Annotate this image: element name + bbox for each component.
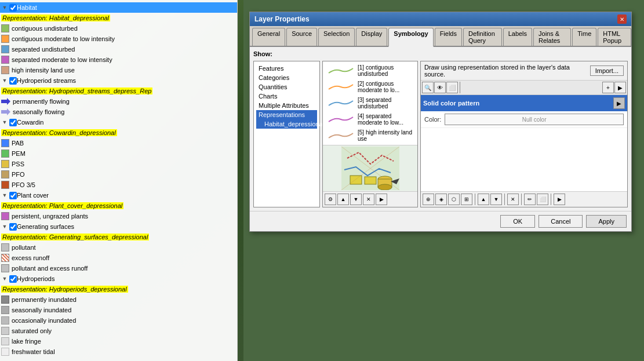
- sym-grid-btn[interactable]: ⊞: [461, 194, 472, 205]
- group-cowardin-row[interactable]: ▼ Cowardin: [0, 117, 237, 127]
- group-hperiods-row[interactable]: ▼ Hydroperiods: [0, 274, 237, 284]
- label-pi: permanently inundated: [12, 296, 77, 303]
- item-saturated-only[interactable]: saturated only: [0, 326, 237, 336]
- show-multiattr[interactable]: Multiple Attributes: [256, 101, 317, 110]
- item-both-runoff[interactable]: pollutant and excess runoff: [0, 263, 237, 274]
- sym-pen-btn[interactable]: ✏: [524, 194, 536, 205]
- item-contiguous-undisturbed[interactable]: contiguous undisturbed: [0, 23, 237, 34]
- expand-hydro-streams[interactable]: ▼: [1, 77, 8, 84]
- sym-up2-btn[interactable]: ▲: [478, 194, 489, 205]
- dialog-close-button[interactable]: ✕: [617, 14, 627, 24]
- import-button[interactable]: Import...: [590, 65, 624, 76]
- list-down-btn[interactable]: ▼: [350, 194, 362, 205]
- item-pss[interactable]: PSS: [0, 159, 237, 169]
- repr-entry-1[interactable]: [1] contiguous undisturbed: [324, 63, 416, 79]
- item-separated-undisturbed[interactable]: separated undisturbed: [0, 44, 237, 54]
- item-separated-moderate[interactable]: separated moderate to low intensity: [0, 54, 237, 65]
- item-pem[interactable]: PEM: [0, 148, 237, 159]
- sym-add-btn[interactable]: +: [602, 82, 614, 93]
- item-perm-flowing[interactable]: permanently flowing: [0, 96, 237, 107]
- tab-selection[interactable]: Selection: [318, 28, 355, 46]
- group-gen-row[interactable]: ▼ Generating surfaces: [0, 221, 237, 232]
- checkbox-gen[interactable]: [9, 223, 17, 231]
- tab-joins[interactable]: Joins & Relates: [533, 28, 571, 46]
- sym-next2-btn[interactable]: ▶: [554, 194, 565, 205]
- sym-menu-btn[interactable]: ▶: [614, 82, 626, 93]
- checkbox-plant[interactable]: [9, 192, 17, 199]
- checkbox-hperiods[interactable]: [9, 275, 17, 283]
- item-ungrazed[interactable]: persistent, ungrazed plants: [0, 211, 237, 221]
- item-occas-inundated[interactable]: occasionally inundated: [0, 315, 237, 326]
- checkbox-hydro-streams[interactable]: [9, 77, 17, 85]
- cancel-button[interactable]: Cancel: [539, 215, 583, 228]
- item-excess-runoff[interactable]: excess runoff: [0, 253, 237, 263]
- tab-symbology[interactable]: Symbology: [388, 28, 433, 47]
- checkbox-habitat[interactable]: [9, 4, 17, 12]
- show-quantities[interactable]: Quantities: [256, 82, 317, 92]
- group-plant-row[interactable]: ▼ Plant cover: [0, 190, 237, 200]
- apply-button[interactable]: Apply: [586, 215, 627, 228]
- tab-labels[interactable]: Labels: [503, 28, 532, 46]
- color-box[interactable]: Null color: [445, 114, 624, 125]
- group-hydroperiods: ▼ Hydroperiods Representation: Hydroperi…: [0, 274, 237, 357]
- ok-button[interactable]: OK: [500, 215, 535, 228]
- tab-general[interactable]: General: [252, 28, 285, 46]
- item-season-inundated[interactable]: seasonally inundated: [0, 305, 237, 315]
- item-pfo35[interactable]: PFO 3/5: [0, 180, 237, 190]
- tab-defquery[interactable]: Definition Query: [463, 28, 502, 46]
- show-features[interactable]: Features: [256, 64, 317, 73]
- repr-cowardin-label: Representation: Cowardin_depressional: [1, 129, 117, 136]
- tab-fields[interactable]: Fields: [435, 28, 462, 46]
- repr-entry-2[interactable]: [2] contiguous moderate to lo...: [324, 79, 416, 95]
- repr-entry-3[interactable]: [3] separated undisturbed: [324, 95, 416, 111]
- sym-eraser-btn[interactable]: ⬜: [446, 82, 458, 93]
- label-oi: occasionally inundated: [12, 317, 76, 324]
- show-habitat-repr[interactable]: Habitat_depressional: [256, 119, 317, 129]
- sym-del-btn[interactable]: ✕: [507, 194, 519, 205]
- show-categories[interactable]: Categories: [256, 73, 317, 82]
- expand-cowardin[interactable]: ▼: [1, 119, 8, 126]
- tab-display[interactable]: Display: [356, 28, 387, 46]
- group-cowardin: ▼ Cowardin Representation: Cowardin_depr…: [0, 117, 237, 190]
- item-pollutant[interactable]: pollutant: [0, 242, 237, 253]
- tab-time[interactable]: Time: [572, 28, 596, 46]
- item-high-intensity[interactable]: high intensity land use: [0, 65, 237, 75]
- solid-color-menu-btn[interactable]: ▶: [613, 97, 625, 109]
- expand-habitat[interactable]: ▼: [1, 4, 8, 11]
- group-habitat-row[interactable]: ▼ Habitat: [0, 2, 237, 13]
- expand-hperiods[interactable]: ▼: [1, 275, 8, 282]
- list-settings-btn[interactable]: ⚙: [325, 194, 336, 205]
- checkbox-cowardin[interactable]: [9, 119, 17, 126]
- list-next-btn[interactable]: ▶: [376, 194, 387, 205]
- sym-eye-btn[interactable]: 👁: [434, 82, 446, 93]
- sym-zoom-btn[interactable]: 🔍: [422, 82, 434, 93]
- repr-entry-5[interactable]: [5] high intensity land use: [324, 127, 416, 144]
- show-representations[interactable]: Representations: [256, 110, 317, 119]
- tab-htmlpopup[interactable]: HTML Popup: [598, 28, 631, 46]
- tab-source[interactable]: Source: [286, 28, 317, 46]
- swatch-pi: [1, 296, 9, 304]
- repr-entry-4[interactable]: [4] separated moderate to low...: [324, 111, 416, 127]
- item-pab[interactable]: PAB: [0, 138, 237, 148]
- sym-down2-btn[interactable]: ▼: [490, 194, 502, 205]
- expand-gen[interactable]: ▼: [1, 223, 8, 230]
- expand-plant[interactable]: ▼: [1, 192, 8, 199]
- item-contiguous-moderate[interactable]: contiguous moderate to low intensity: [0, 34, 237, 44]
- sym-select-btn[interactable]: ◈: [435, 194, 447, 205]
- item-perm-inundated[interactable]: permanently inundated: [0, 294, 237, 305]
- list-up-btn[interactable]: ▲: [337, 194, 349, 205]
- show-charts[interactable]: Charts: [256, 92, 317, 101]
- group-generating: ▼ Generating surfaces Representation: Ge…: [0, 221, 237, 274]
- list-delete-btn[interactable]: ✕: [363, 194, 374, 205]
- draw-label: Draw using representation stored in the …: [424, 64, 590, 78]
- item-pfo[interactable]: PFO: [0, 169, 237, 180]
- sym-copy-btn[interactable]: ⬜: [537, 194, 548, 205]
- repr-preview-area: [323, 145, 417, 191]
- sym-move-btn[interactable]: ⊕: [423, 194, 434, 205]
- label-both: pollutant and excess runoff: [12, 265, 88, 272]
- group-hydro-streams-row[interactable]: ▼ Hydroperiod streams: [0, 75, 237, 86]
- sym-poly-btn[interactable]: ⬡: [448, 194, 460, 205]
- item-lake-fringe[interactable]: lake fringe: [0, 336, 237, 347]
- item-fw-tidal[interactable]: freshwater tidal: [0, 347, 237, 357]
- item-season-flowing[interactable]: seasonally flowing: [0, 107, 237, 117]
